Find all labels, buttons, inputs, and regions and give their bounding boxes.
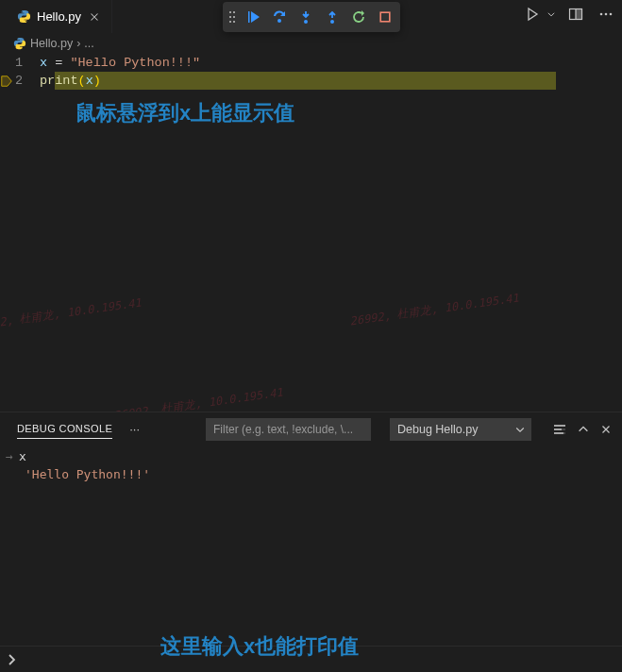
svg-point-8 bbox=[330, 20, 334, 24]
chevron-right-icon bbox=[4, 652, 19, 667]
chevron-down-icon bbox=[514, 424, 526, 435]
code-line: 1 x = "Hello Python!!!" bbox=[0, 54, 622, 72]
breadcrumb-separator: › bbox=[76, 37, 80, 50]
more-actions-icon[interactable] bbox=[596, 4, 616, 25]
restart-button[interactable] bbox=[346, 5, 371, 29]
tab-label: Hello.py bbox=[37, 9, 81, 24]
run-button[interactable] bbox=[522, 4, 543, 25]
svg-point-13 bbox=[600, 13, 603, 16]
debug-session-select[interactable]: Debug Hello.py bbox=[390, 418, 531, 441]
debug-toolbar bbox=[223, 2, 400, 32]
svg-point-0 bbox=[229, 11, 231, 13]
svg-rect-12 bbox=[576, 9, 582, 20]
watermark: 26992, 杜甫龙, 10.0.195.41 bbox=[349, 291, 520, 330]
prompt-icon: → bbox=[6, 447, 19, 465]
code-line: 2 print(x) bbox=[0, 72, 622, 90]
debug-console-filter-input[interactable] bbox=[206, 418, 371, 441]
panel: DEBUG CONSOLE ··· Debug Hello.py →x 'Hel… bbox=[0, 412, 622, 672]
breadcrumb-ellipsis: ... bbox=[84, 37, 93, 50]
tab-hello-py[interactable]: Hello.py bbox=[8, 0, 112, 33]
panel-tabs-more-icon[interactable]: ··· bbox=[124, 422, 145, 436]
svg-point-5 bbox=[233, 21, 235, 23]
step-into-button[interactable] bbox=[294, 5, 318, 29]
step-out-button[interactable] bbox=[320, 5, 345, 29]
console-expr: x bbox=[19, 449, 26, 463]
debug-session-label: Debug Hello.py bbox=[397, 423, 478, 436]
drag-handle-icon[interactable] bbox=[226, 9, 239, 25]
line-number: 1 bbox=[0, 54, 40, 72]
console-result: 'Hello Python!!!' bbox=[6, 465, 616, 483]
stop-button[interactable] bbox=[373, 5, 397, 29]
panel-header: DEBUG CONSOLE ··· Debug Hello.py bbox=[0, 412, 622, 445]
chevron-up-icon[interactable] bbox=[577, 423, 590, 436]
svg-point-14 bbox=[605, 13, 608, 16]
svg-point-4 bbox=[229, 21, 231, 23]
python-icon bbox=[13, 37, 26, 50]
svg-point-7 bbox=[304, 20, 308, 24]
watermark: 26992, 杜甫龙, 10.0.195.41 bbox=[0, 295, 143, 335]
run-dropdown-icon[interactable] bbox=[546, 4, 556, 25]
svg-point-1 bbox=[233, 11, 235, 13]
svg-point-6 bbox=[277, 19, 281, 23]
svg-point-15 bbox=[610, 13, 613, 16]
python-icon bbox=[17, 9, 31, 24]
svg-rect-9 bbox=[380, 12, 390, 22]
clear-console-icon[interactable] bbox=[552, 422, 567, 437]
breadcrumb-file: Hello.py bbox=[30, 37, 73, 50]
line-number: 2 bbox=[0, 72, 40, 90]
close-icon[interactable] bbox=[87, 9, 102, 25]
svg-point-3 bbox=[233, 16, 235, 18]
debug-console-output[interactable]: →x 'Hello Python!!!' bbox=[0, 445, 622, 646]
svg-point-2 bbox=[229, 16, 231, 18]
breadcrumb[interactable]: Hello.py › ... bbox=[0, 33, 622, 54]
code-editor[interactable]: 1 x = "Hello Python!!!" 2 print(x) bbox=[0, 54, 622, 90]
continue-button[interactable] bbox=[241, 5, 265, 29]
tab-debug-console[interactable]: DEBUG CONSOLE bbox=[17, 419, 112, 439]
annotation-hover: 鼠标悬浮到x上能显示值 bbox=[76, 99, 294, 127]
close-panel-icon[interactable] bbox=[599, 423, 613, 436]
annotation-input: 这里输入x也能打印值 bbox=[160, 632, 359, 661]
editor-actions bbox=[522, 4, 616, 25]
split-editor-icon[interactable] bbox=[565, 4, 586, 25]
step-over-button[interactable] bbox=[267, 5, 292, 29]
